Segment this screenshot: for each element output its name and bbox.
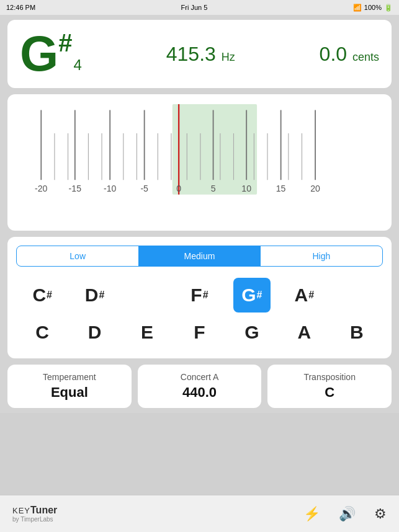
- concert-a-card[interactable]: Concert A 440.0: [138, 365, 262, 408]
- concert-a-label: Concert A: [146, 372, 253, 382]
- temperament-card[interactable]: Temperament Equal: [7, 365, 132, 408]
- note-g-sharp[interactable]: G#: [233, 278, 271, 313]
- meter-svg: -20 -15 -10 -5 0 5 10 15 20: [20, 104, 379, 221]
- settings-icon[interactable]: ⚙: [374, 506, 387, 522]
- frequency-value: 415.3: [166, 43, 216, 65]
- sensitivity-selector[interactable]: Low Medium High: [16, 246, 383, 267]
- note-a-sharp[interactable]: A#: [285, 278, 323, 313]
- note-g[interactable]: G: [233, 315, 271, 350]
- brand-byline: by TimperLabs: [12, 516, 57, 523]
- cents-display: 0.0 cents: [320, 43, 379, 66]
- note-octave: 4: [73, 58, 81, 73]
- meter-inner: -20 -15 -10 -5 0 5 10 15 20: [20, 104, 379, 221]
- naturals-row: C D E F G A B: [16, 315, 383, 350]
- sensitivity-high[interactable]: High: [261, 246, 382, 266]
- app-brand: KEYTuner by TimperLabs: [12, 504, 57, 523]
- note-d-sharp[interactable]: D#: [76, 278, 114, 313]
- note-c[interactable]: C: [24, 315, 61, 350]
- wifi-icon: 📶: [353, 4, 362, 12]
- note-a[interactable]: A: [285, 315, 323, 350]
- svg-rect-0: [173, 104, 257, 195]
- transposition-value: C: [276, 384, 383, 401]
- bottom-toolbar: KEYTuner by TimperLabs ⚡ 🔊 ⚙: [0, 495, 399, 532]
- svg-text:-15: -15: [69, 184, 82, 193]
- note-display-card: G # 4 415.3 Hz 0.0 cents: [7, 20, 392, 88]
- brand-key: KEY: [12, 506, 30, 515]
- lightning-icon[interactable]: ⚡: [303, 506, 320, 522]
- brand-tuner: Tuner: [30, 505, 57, 515]
- note-b[interactable]: B: [338, 315, 375, 350]
- note-c-sharp[interactable]: C#: [24, 278, 61, 313]
- note-f[interactable]: F: [181, 315, 218, 350]
- cents-value: 0.0: [320, 43, 347, 65]
- app-title: KEYTuner: [12, 504, 57, 516]
- note-sharp-symbol: #: [58, 30, 72, 55]
- svg-text:-20: -20: [35, 184, 48, 193]
- frequency-display: 415.3 Hz: [166, 43, 235, 66]
- svg-text:15: 15: [276, 184, 286, 193]
- svg-text:10: 10: [241, 184, 251, 193]
- status-right: 📶 100% 🔋: [353, 4, 393, 12]
- note-e[interactable]: E: [128, 315, 166, 350]
- concert-a-value: 440.0: [146, 384, 253, 401]
- battery-icon: 🔋: [384, 4, 393, 12]
- temperament-label: Temperament: [16, 372, 123, 382]
- note-d[interactable]: D: [76, 315, 114, 350]
- temperament-value: Equal: [16, 384, 123, 401]
- status-time: 12:46 PM: [6, 4, 35, 11]
- main-content: G # 4 415.3 Hz 0.0 cents: [0, 15, 399, 413]
- svg-text:-10: -10: [104, 184, 117, 193]
- transposition-label: Transposition: [276, 372, 383, 382]
- note-f-sharp[interactable]: F#: [181, 278, 218, 313]
- toolbar-icons: ⚡ 🔊 ⚙: [303, 506, 387, 522]
- svg-text:-5: -5: [140, 184, 148, 193]
- controls-card: Low Medium High C# D# F# G# A# C D E F G…: [7, 237, 392, 358]
- status-date: Fri Jun 5: [181, 4, 208, 11]
- speaker-icon[interactable]: 🔊: [339, 506, 356, 522]
- battery-percent: 100%: [364, 4, 382, 11]
- status-bar: 12:46 PM Fri Jun 5 📶 100% 🔋: [0, 0, 399, 15]
- frequency-unit: Hz: [222, 51, 235, 63]
- bottom-info-cards: Temperament Equal Concert A 440.0 Transp…: [7, 365, 392, 408]
- sensitivity-low[interactable]: Low: [17, 246, 138, 266]
- svg-text:20: 20: [310, 184, 320, 193]
- cents-unit: cents: [352, 51, 379, 63]
- sensitivity-medium[interactable]: Medium: [138, 246, 260, 266]
- tuner-meter-card: -20 -15 -10 -5 0 5 10 15 20: [7, 94, 392, 231]
- transposition-card[interactable]: Transposition C: [267, 365, 392, 408]
- note-letter: G: [20, 29, 58, 79]
- sharps-row: C# D# F# G# A#: [16, 278, 383, 313]
- note-name-display: G # 4: [20, 29, 82, 79]
- svg-text:0: 0: [176, 184, 181, 193]
- svg-text:5: 5: [211, 184, 216, 193]
